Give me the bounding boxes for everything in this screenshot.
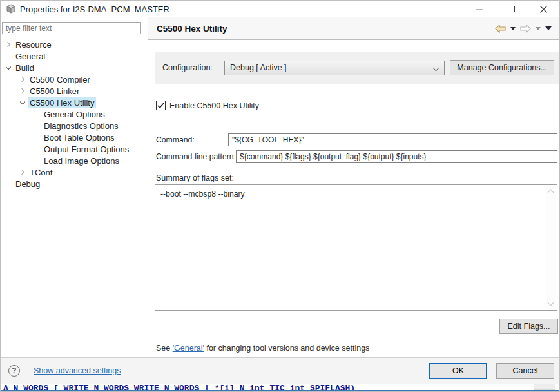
- edit-flags-button[interactable]: Edit Flags...: [499, 318, 558, 334]
- sidebar-item-general-options[interactable]: General Options: [1, 108, 148, 120]
- dialog-button-bar: ? Show advanced settings OK Cancel: [1, 357, 559, 384]
- chevron-right-icon[interactable]: [3, 43, 14, 46]
- window-title: Properties for I2S-DMA_PCM_MASTER: [20, 5, 169, 14]
- sidebar-item-build[interactable]: Build: [1, 62, 148, 74]
- chevron-right-icon[interactable]: [17, 170, 28, 174]
- forward-arrow-icon[interactable]: [520, 24, 531, 33]
- configuration-value: Debug [ Active ]: [230, 63, 287, 72]
- background-code-text: A_N_WORDS [ WRITE_N_WORDS WRITE_N_WORDS …: [3, 384, 355, 390]
- sidebar-item-boot-table-options[interactable]: Boot Table Options: [1, 132, 148, 143]
- maximize-button[interactable]: [495, 1, 527, 17]
- view-menu-icon[interactable]: [545, 26, 552, 30]
- back-arrow-icon[interactable]: [495, 24, 506, 33]
- sidebar-item-output-format-options[interactable]: Output Format Options: [1, 143, 148, 155]
- sidebar-item-diagnostics-options[interactable]: Diagnostics Options: [1, 120, 148, 132]
- manage-configurations-button[interactable]: Manage Configurations...: [450, 60, 554, 75]
- chevron-down-icon[interactable]: [3, 67, 14, 69]
- configuration-label: Configuration:: [162, 63, 224, 72]
- command-line-pattern-input[interactable]: [236, 150, 557, 163]
- command-row: Command:: [156, 133, 557, 146]
- dialog-body: Resource General Build C5500 Compiler C5…: [1, 17, 559, 357]
- chevron-down-icon[interactable]: [17, 102, 28, 104]
- configuration-select[interactable]: Debug [ Active ]: [224, 61, 445, 75]
- titlebar: Properties for I2S-DMA_PCM_MASTER: [1, 1, 559, 17]
- window-controls: [463, 1, 559, 17]
- chevron-down-icon: [433, 64, 439, 71]
- sidebar-item-debug[interactable]: Debug: [1, 178, 148, 190]
- sidebar-item-c5500-hex-utility[interactable]: C5500 Hex Utility: [1, 97, 148, 108]
- command-label: Command:: [156, 135, 228, 144]
- scroll-up-icon[interactable]: [548, 190, 554, 196]
- minimize-button[interactable]: [463, 1, 495, 17]
- chevron-right-icon[interactable]: [17, 89, 28, 93]
- sidebar-item-c5500-linker[interactable]: C5500 Linker: [1, 85, 148, 97]
- dialog-buttons: OK Cancel: [429, 363, 554, 379]
- cancel-button[interactable]: Cancel: [496, 363, 554, 379]
- panel-content: Configuration: Debug [ Active ] Manage C…: [148, 40, 559, 357]
- command-line-pattern-label: Command-line pattern:: [156, 152, 236, 161]
- help-icon[interactable]: ?: [8, 365, 20, 377]
- close-button[interactable]: [527, 1, 559, 17]
- show-advanced-settings-link[interactable]: Show advanced settings: [34, 366, 121, 375]
- edit-flags-row: Edit Flags...: [148, 318, 558, 334]
- sidebar-item-load-image-options[interactable]: Load Image Options: [1, 155, 148, 166]
- sidebar-item-resource[interactable]: Resource: [1, 39, 148, 50]
- command-line-pattern-row: Command-line pattern:: [156, 150, 557, 163]
- property-tree: Resource General Build C5500 Compiler C5…: [1, 39, 148, 190]
- configuration-section: Configuration: Debug [ Active ] Manage C…: [155, 52, 559, 84]
- flags-summary-text: --boot --mcbsp8 --binary: [155, 185, 557, 199]
- background-editor-strip: A_N_WORDS [ WRITE_N_WORDS WRITE_N_WORDS …: [1, 384, 559, 392]
- sidebar-item-tconf[interactable]: TConf: [1, 166, 148, 178]
- sidebar-item-c5500-compiler[interactable]: C5500 Compiler: [1, 74, 148, 85]
- enable-hex-utility-row: Enable C5500 Hex Utility: [156, 101, 559, 110]
- scroll-down-icon[interactable]: [548, 300, 554, 306]
- flags-summary-box[interactable]: --boot --mcbsp8 --binary: [155, 184, 557, 311]
- general-note-suffix: for changing tool versions and device se…: [204, 344, 369, 353]
- maximize-icon: [508, 6, 515, 12]
- sidebar-item-general[interactable]: General: [1, 50, 148, 62]
- panel-header: C5500 Hex Utility: [148, 17, 559, 40]
- summary-of-flags-label: Summary of flags set:: [156, 173, 559, 182]
- history-nav: [495, 24, 552, 33]
- property-tree-sidebar: Resource General Build C5500 Compiler C5…: [1, 17, 148, 357]
- enable-hex-utility-label: Enable C5500 Hex Utility: [169, 101, 259, 110]
- close-icon: [540, 6, 547, 13]
- section-divider: [155, 119, 559, 119]
- general-note: See 'General' for changing tool versions…: [156, 344, 559, 353]
- filter-input[interactable]: [2, 22, 141, 34]
- flags-scrollbar[interactable]: [546, 186, 556, 309]
- page-title: C5500 Hex Utility: [157, 24, 227, 34]
- settings-panel: C5500 Hex Utility Configuration: Debug […: [148, 17, 559, 357]
- chevron-right-icon[interactable]: [17, 77, 28, 81]
- app-cube-icon: [6, 4, 16, 14]
- general-link[interactable]: 'General': [173, 344, 204, 353]
- ok-button[interactable]: OK: [429, 363, 487, 379]
- command-input[interactable]: [228, 133, 557, 146]
- checkmark-icon: [157, 103, 164, 109]
- enable-hex-utility-checkbox[interactable]: [156, 101, 166, 110]
- background-scrollbar-fragment: [534, 384, 555, 390]
- back-dropdown-icon[interactable]: [510, 27, 516, 30]
- forward-dropdown-icon[interactable]: [536, 27, 541, 30]
- minimize-icon: [476, 9, 483, 10]
- general-note-prefix: See: [156, 344, 173, 353]
